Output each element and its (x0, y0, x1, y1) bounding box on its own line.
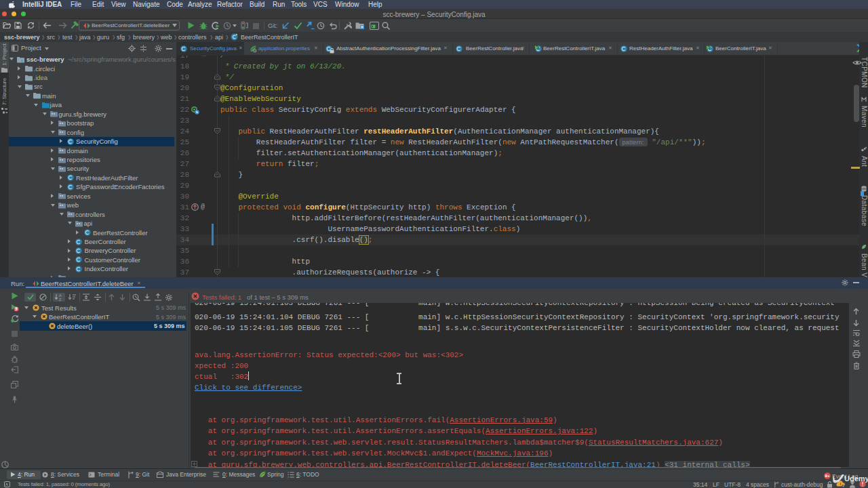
svg-text:9+: 9+ (825, 473, 829, 478)
svg-text:Z: Z (59, 298, 62, 302)
svg-text:9: 9 (15, 306, 18, 311)
